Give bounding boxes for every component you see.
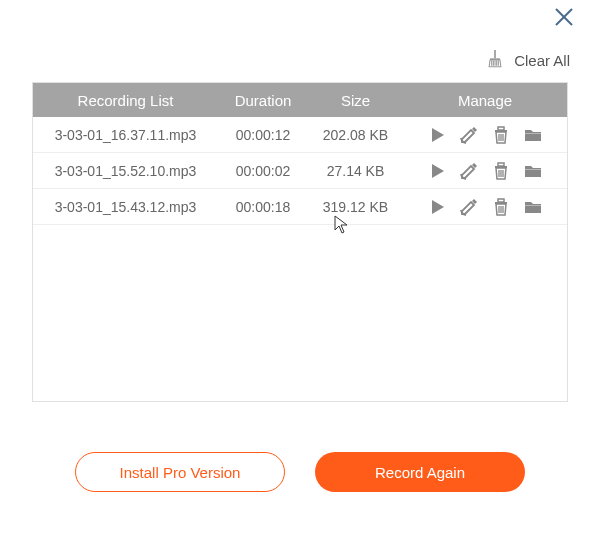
play-icon: [428, 162, 446, 180]
cell-name: 3-03-01_15.52.10.mp3: [33, 163, 218, 179]
folder-icon: [524, 198, 542, 216]
play-button[interactable]: [428, 162, 446, 180]
folder-button[interactable]: [524, 198, 542, 216]
cell-manage: [403, 198, 567, 216]
header-size: Size: [308, 92, 403, 109]
cell-manage: [403, 126, 567, 144]
delete-button[interactable]: [492, 198, 510, 216]
svg-rect-10: [498, 163, 504, 166]
edit-icon: [460, 198, 478, 216]
record-again-button[interactable]: Record Again: [315, 452, 525, 492]
cell-name: 3-03-01_16.37.11.mp3: [33, 127, 218, 143]
edit-button[interactable]: [460, 162, 478, 180]
header-duration: Duration: [218, 92, 308, 109]
edit-icon: [460, 126, 478, 144]
footer-buttons: Install Pro Version Record Again: [0, 452, 600, 492]
broom-icon: [486, 50, 504, 70]
table-row: 3-03-01_15.43.12.mp300:00:18319.12 KB: [33, 189, 567, 225]
svg-rect-8: [525, 133, 541, 134]
header-manage: Manage: [403, 92, 567, 109]
folder-icon: [524, 162, 542, 180]
trash-icon: [492, 126, 510, 144]
play-icon: [428, 198, 446, 216]
install-pro-button[interactable]: Install Pro Version: [75, 452, 285, 492]
edit-button[interactable]: [460, 198, 478, 216]
svg-rect-20: [525, 205, 541, 206]
cell-size: 319.12 KB: [308, 199, 403, 215]
cell-size: 27.14 KB: [308, 163, 403, 179]
close-icon: [552, 5, 576, 29]
trash-icon: [492, 198, 510, 216]
svg-rect-16: [498, 199, 504, 202]
install-pro-label: Install Pro Version: [120, 464, 241, 481]
play-button[interactable]: [428, 198, 446, 216]
table-header: Recording List Duration Size Manage: [33, 83, 567, 117]
cell-size: 202.08 KB: [308, 127, 403, 143]
svg-rect-4: [498, 127, 504, 130]
clear-all-label: Clear All: [514, 52, 570, 69]
delete-button[interactable]: [492, 126, 510, 144]
folder-icon: [524, 126, 542, 144]
cell-duration: 00:00:12: [218, 127, 308, 143]
trash-icon: [492, 162, 510, 180]
record-again-label: Record Again: [375, 464, 465, 481]
clear-all-button[interactable]: Clear All: [486, 50, 570, 70]
play-icon: [428, 126, 446, 144]
table-row: 3-03-01_16.37.11.mp300:00:12202.08 KB: [33, 117, 567, 153]
edit-icon: [460, 162, 478, 180]
recordings-table: Recording List Duration Size Manage 3-03…: [32, 82, 568, 402]
table-row: 3-03-01_15.52.10.mp300:00:0227.14 KB: [33, 153, 567, 189]
svg-rect-2: [494, 50, 496, 58]
header-name: Recording List: [33, 92, 218, 109]
folder-button[interactable]: [524, 162, 542, 180]
cell-name: 3-03-01_15.43.12.mp3: [33, 199, 218, 215]
folder-button[interactable]: [524, 126, 542, 144]
close-button[interactable]: [552, 5, 576, 33]
edit-button[interactable]: [460, 126, 478, 144]
svg-rect-14: [525, 169, 541, 170]
cell-manage: [403, 162, 567, 180]
cell-duration: 00:00:02: [218, 163, 308, 179]
cell-duration: 00:00:18: [218, 199, 308, 215]
play-button[interactable]: [428, 126, 446, 144]
delete-button[interactable]: [492, 162, 510, 180]
